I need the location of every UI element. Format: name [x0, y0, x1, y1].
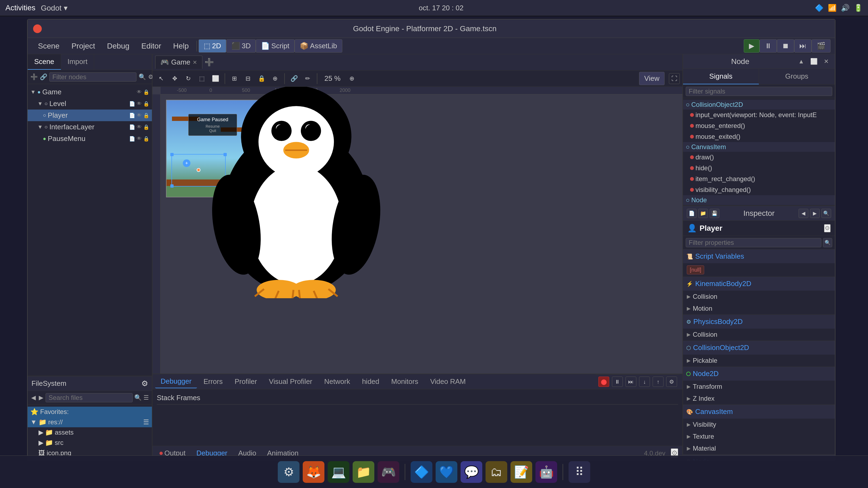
prop-item-motion[interactable]: ▶ Motion — [683, 302, 835, 315]
debugger-tab-errors[interactable]: Errors — [198, 375, 228, 388]
debugger-tab-profiler[interactable]: Profiler — [229, 375, 262, 388]
filesystem-search-input[interactable] — [45, 393, 133, 402]
prop-item-pickable[interactable]: ▶ Pickable — [683, 355, 835, 366]
fs-nav-back[interactable]: ◀ — [30, 393, 36, 402]
mode-3d-button[interactable]: ⬛ 3D — [226, 39, 256, 53]
prop-section-header-node2d[interactable]: Node2D — [683, 367, 835, 381]
inspector-filter-input[interactable] — [686, 238, 822, 247]
fs-nav-forward[interactable]: ▶ — [38, 393, 44, 402]
player-script-icon[interactable]: 📄 — [129, 112, 135, 119]
select-tool-btn[interactable]: ↖ — [155, 73, 167, 84]
node-tab-signals[interactable]: Signals — [683, 69, 759, 84]
pausemenu-script-icon[interactable]: 📄 — [129, 136, 135, 142]
add-tab-button[interactable]: ➕ — [205, 58, 214, 67]
step-button[interactable]: ⏭ — [794, 39, 812, 53]
taskbar-settings-icon[interactable]: ⚙ — [278, 461, 300, 483]
tree-node-interface[interactable]: ▼ ○ InterfaceLayer 📄 👁 🔒 — [28, 121, 152, 133]
insp-folder-btn[interactable]: 📁 — [698, 209, 708, 218]
pausemenu-visibility-icon[interactable]: 👁 — [137, 136, 142, 142]
pause-button[interactable]: ⏸ — [760, 39, 777, 53]
debug-step-out-btn[interactable]: ↑ — [653, 377, 663, 387]
play-button[interactable]: ▶ — [744, 39, 760, 53]
signal-item-hide[interactable]: hide() — [683, 163, 835, 173]
inspector-filter-search-btn[interactable]: 🔍 — [823, 238, 832, 247]
link-button[interactable]: 🔗 — [40, 72, 47, 82]
game-lock-icon[interactable]: 🔒 — [143, 89, 149, 95]
fs-item-favorites[interactable]: ⭐ Favorites: — [28, 407, 152, 417]
debugger-tab-hided[interactable]: hided — [357, 375, 385, 388]
signal-group-canvasitem[interactable]: ○ CanvasItem — [683, 142, 835, 152]
taskbar-notes-icon[interactable]: 📝 — [510, 461, 532, 483]
prop-item-collision-2[interactable]: ▶ Collision — [683, 329, 835, 340]
insp-nav-back[interactable]: ◀ — [799, 209, 808, 218]
game-visibility-icon[interactable]: 👁 — [137, 89, 142, 95]
prop-section-header-physics[interactable]: ⚙ PhysicsBody2D — [683, 315, 835, 329]
fs-item-res[interactable]: ▼ 📁 res:// ☰ — [28, 417, 152, 427]
prop-item-visibility[interactable]: ▶ Visibility — [683, 419, 835, 430]
handle-br[interactable] — [223, 184, 227, 188]
move-tool-btn[interactable]: ✥ — [169, 73, 181, 84]
prop-item-collision-1[interactable]: ▶ Collision — [683, 291, 835, 302]
editor-viewport[interactable]: -500 0 500 1000 1500 2000 — [152, 87, 682, 373]
debug-settings-btn[interactable]: ⚙ — [666, 377, 677, 387]
view-menu-btn[interactable]: View — [639, 72, 664, 85]
tree-node-pausemenu[interactable]: ● PauseMenu 📄 👁 🔒 — [28, 133, 152, 144]
add-child-btn[interactable]: + — [183, 159, 190, 167]
signal-item-visibility[interactable]: visibility_changed() — [683, 184, 835, 195]
menu-item-scene[interactable]: Scene — [32, 40, 65, 53]
insp-search-btn[interactable]: 🔍 — [822, 209, 831, 218]
interface-script-icon[interactable]: 📄 — [129, 124, 135, 130]
node-tab-groups[interactable]: Groups — [759, 69, 835, 84]
inspector-node-settings-btn[interactable]: ⚙ — [824, 224, 831, 232]
node-panel-close[interactable]: ✕ — [822, 57, 831, 66]
signal-group-node[interactable]: ○ Node — [683, 195, 835, 205]
tab-import[interactable]: Import — [61, 54, 94, 70]
point-handle[interactable] — [197, 168, 200, 172]
rotate-tool-btn[interactable]: ↻ — [182, 73, 194, 84]
level-script-icon[interactable]: 📄 — [129, 101, 135, 107]
menu-item-project[interactable]: Project — [65, 40, 101, 53]
prop-section-header-canvasitem[interactable]: 🎨 CanvasItem — [683, 405, 835, 419]
menu-item-debug[interactable]: Debug — [101, 40, 135, 53]
signal-item-ready[interactable]: ready() — [683, 205, 835, 205]
debug-step-in-btn[interactable]: ↓ — [639, 377, 650, 387]
stop-button[interactable]: ⏹ — [777, 39, 794, 53]
prop-item-transform[interactable]: ▶ Transform — [683, 381, 835, 393]
debug-pause-btn[interactable]: ⏸ — [612, 377, 623, 387]
tree-node-game[interactable]: ▼ ● Game 👁 🔒 — [28, 86, 152, 98]
search-icon-btn[interactable]: 🔍 — [138, 72, 146, 82]
paint-tool-btn[interactable]: ✏ — [302, 73, 314, 84]
mode-2d-button[interactable]: ⬚ 2D — [198, 39, 226, 53]
signal-group-collision2d[interactable]: ○ CollisionObject2D — [683, 100, 835, 109]
movie-button[interactable]: 🎬 — [812, 39, 831, 53]
editor-tab-game[interactable]: 🎮 Game ✕ — [155, 56, 203, 69]
taskbar-godot-icon[interactable]: 🤖 — [535, 461, 557, 483]
lock-btn[interactable]: 🔒 — [255, 73, 268, 84]
taskbar-files-icon[interactable]: 📁 — [352, 461, 374, 483]
insp-nav-forward[interactable]: ▶ — [810, 209, 820, 218]
fs-search-btn[interactable]: 🔍 — [134, 393, 142, 402]
debugger-tab-monitors[interactable]: Monitors — [386, 375, 424, 388]
signal-item-draw[interactable]: draw() — [683, 152, 835, 163]
debugger-tab-debugger[interactable]: Debugger — [155, 375, 197, 388]
level-lock-icon[interactable]: 🔒 — [143, 101, 149, 107]
handle-bl[interactable] — [170, 184, 174, 188]
taskbar-game-icon[interactable]: 🎮 — [378, 461, 399, 483]
insp-history-btn[interactable]: 📄 — [687, 209, 696, 218]
taskbar-grid-icon[interactable]: ⠿ — [568, 461, 590, 483]
group-btn[interactable]: ⊕ — [269, 73, 281, 84]
activities-label[interactable]: Activities — [5, 3, 35, 12]
interface-lock-icon[interactable]: 🔒 — [143, 124, 149, 130]
debugger-tab-video-ram[interactable]: Video RAM — [425, 375, 471, 388]
zoom-control-btn[interactable]: ⊕ — [346, 73, 358, 84]
window-close-button[interactable] — [33, 24, 42, 33]
player-visibility-icon[interactable]: 👁 — [137, 112, 142, 119]
node-panel-maximize[interactable]: ⬜ — [809, 57, 818, 66]
tree-node-level[interactable]: ▼ ○ Level 📄 👁 🔒 — [28, 98, 152, 109]
debug-step-btn[interactable]: ⏭ — [625, 377, 637, 387]
taskbar-firefox-icon[interactable]: 🦊 — [303, 461, 324, 483]
prop-item-zindex[interactable]: ▶ Z Index — [683, 393, 835, 404]
menu-item-help[interactable]: Help — [167, 40, 195, 53]
signal-item-mouse-exited[interactable]: mouse_exited() — [683, 131, 835, 142]
add-node-button[interactable]: ➕ — [30, 72, 38, 82]
